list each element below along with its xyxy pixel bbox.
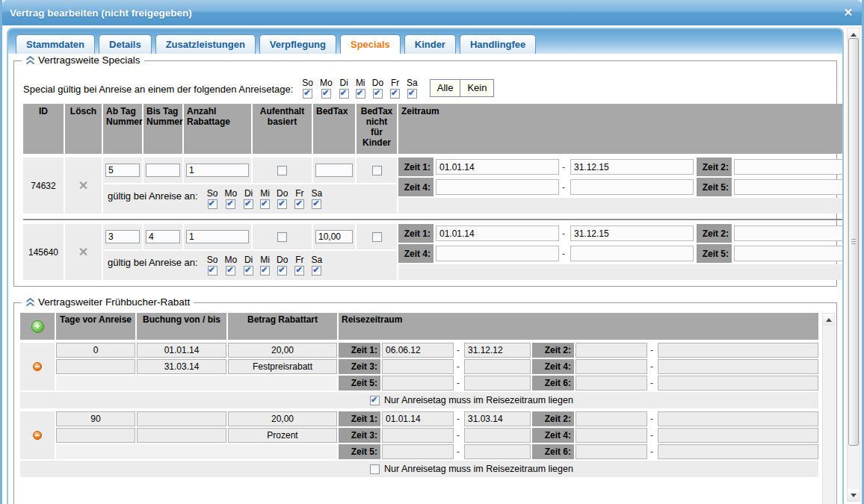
day-checkbox[interactable]: [390, 89, 400, 99]
day-checkbox[interactable]: [312, 266, 321, 276]
zeit-von-input[interactable]: [734, 159, 844, 175]
collapse-icon[interactable]: [25, 56, 35, 65]
zeit-von-input[interactable]: [576, 444, 647, 459]
zeit-bis-input[interactable]: [464, 428, 531, 443]
bis-tag-input[interactable]: [146, 164, 180, 177]
zeit-von-input[interactable]: [576, 428, 647, 443]
scroll-down-button[interactable]: [848, 489, 860, 501]
zeit-von-input[interactable]: [382, 411, 454, 426]
zeit-bis-input[interactable]: [570, 159, 694, 175]
scrollbar-thumb[interactable]: [848, 38, 859, 446]
zeit-von-input[interactable]: [734, 246, 844, 261]
tab-zusatzleistungen[interactable]: Zusatzleistungen: [155, 34, 256, 54]
anzahl-rabattage-input[interactable]: [186, 164, 249, 177]
zeit-von-input[interactable]: [734, 179, 844, 195]
zeit-bis-input[interactable]: [658, 411, 818, 426]
zeit-von-input[interactable]: [436, 159, 559, 175]
zeit-von-input[interactable]: [436, 225, 559, 241]
delete-icon[interactable]: ✕: [78, 178, 88, 193]
zeit-bis-input[interactable]: [464, 359, 531, 374]
bis-tag-input[interactable]: [146, 230, 180, 243]
zeit-von-input[interactable]: [436, 246, 559, 261]
day-checkbox[interactable]: [407, 89, 417, 99]
zeit-bis-input[interactable]: [464, 376, 531, 391]
zeit-von-input[interactable]: [734, 225, 844, 241]
bedtax-input[interactable]: [315, 164, 353, 177]
zeit-bis-input[interactable]: [464, 444, 531, 459]
buchung-von-value[interactable]: 01.01.14: [137, 343, 226, 358]
zeit-bis-input[interactable]: [658, 444, 818, 459]
zeit-bis-input[interactable]: [570, 246, 694, 261]
day-checkbox[interactable]: [244, 199, 253, 209]
betrag-value[interactable]: 20,00: [228, 343, 337, 358]
zeit-von-input[interactable]: [382, 359, 454, 374]
bedtax-kinder-checkbox[interactable]: [372, 232, 382, 242]
zeit-bis-input[interactable]: [570, 179, 694, 195]
day-checkbox[interactable]: [208, 199, 217, 209]
buchung-bis-value[interactable]: 31.03.14: [137, 359, 226, 374]
day-checkbox[interactable]: [260, 266, 270, 276]
tab-handlingfee[interactable]: Handlingfee: [460, 34, 536, 54]
rabattart-value[interactable]: Festpreisrabatt: [228, 359, 337, 374]
day-checkbox[interactable]: [208, 266, 217, 276]
zeit-von-input[interactable]: [576, 411, 647, 426]
zeit-von-input[interactable]: [576, 343, 647, 358]
buchung-von-value[interactable]: [137, 411, 226, 426]
day-checkbox[interactable]: [277, 266, 287, 276]
remove-row-icon[interactable]: [33, 431, 42, 440]
day-checkbox[interactable]: [373, 89, 383, 99]
fruehbucher-scrollbar[interactable]: [822, 313, 835, 504]
bedtax-input[interactable]: [315, 230, 353, 243]
anzahl-rabattage-input[interactable]: [186, 230, 249, 243]
tab-details[interactable]: Details: [99, 34, 152, 54]
zeit-bis-input[interactable]: [464, 343, 531, 358]
tage-vor-anreise-value[interactable]: 90: [56, 411, 135, 426]
day-checkbox[interactable]: [339, 89, 349, 99]
ab-tag-input[interactable]: [105, 230, 140, 243]
buchung-bis-value[interactable]: [137, 428, 226, 443]
zeit-von-input[interactable]: [382, 343, 454, 358]
zeit-von-input[interactable]: [382, 376, 454, 391]
tage-vor-anreise-empty[interactable]: [56, 428, 135, 443]
remove-row-icon[interactable]: [33, 362, 42, 371]
alle-button[interactable]: Alle: [430, 79, 461, 97]
zeit-bis-input[interactable]: [658, 428, 818, 443]
bedtax-kinder-checkbox[interactable]: [372, 166, 382, 175]
zeit-von-input[interactable]: [382, 428, 454, 443]
add-row-icon[interactable]: +: [31, 320, 44, 333]
rabattart-value[interactable]: Prozent: [228, 428, 337, 443]
window-scrollbar[interactable]: [847, 28, 860, 502]
day-checkbox[interactable]: [226, 266, 235, 276]
day-checkbox[interactable]: [244, 266, 253, 276]
kein-button[interactable]: Kein: [460, 79, 494, 97]
zeit-bis-input[interactable]: [658, 343, 818, 358]
zeit-bis-input[interactable]: [658, 376, 818, 391]
close-icon[interactable]: ✕: [843, 6, 853, 19]
day-checkbox[interactable]: [312, 199, 321, 209]
aufenthalt-basiert-checkbox[interactable]: [277, 166, 287, 175]
zeit-von-input[interactable]: [436, 179, 559, 195]
zeit-von-input[interactable]: [382, 444, 454, 459]
zeit-bis-input[interactable]: [658, 359, 818, 374]
zeit-bis-input[interactable]: [570, 225, 694, 241]
tab-stammdaten[interactable]: Stammdaten: [16, 34, 95, 54]
day-checkbox[interactable]: [226, 199, 235, 209]
scroll-up-button[interactable]: [823, 314, 834, 326]
day-checkbox[interactable]: [356, 89, 365, 99]
tab-kinder[interactable]: Kinder: [404, 34, 456, 54]
day-checkbox[interactable]: [260, 199, 270, 209]
zeit-von-input[interactable]: [576, 359, 647, 374]
zeit-bis-input[interactable]: [464, 411, 531, 426]
collapse-icon[interactable]: [25, 298, 35, 307]
nur-anreisetag-checkbox[interactable]: [370, 464, 380, 474]
day-checkbox[interactable]: [303, 89, 312, 99]
day-checkbox[interactable]: [277, 199, 287, 209]
aufenthalt-basiert-checkbox[interactable]: [277, 232, 287, 242]
tab-verpflegung[interactable]: Verpflegung: [259, 34, 336, 54]
nur-anreisetag-checkbox[interactable]: [370, 396, 380, 405]
betrag-value[interactable]: 20,00: [228, 411, 337, 426]
tage-vor-anreise-empty[interactable]: [56, 359, 135, 374]
zeit-von-input[interactable]: [576, 376, 647, 391]
delete-icon[interactable]: ✕: [78, 245, 88, 259]
day-checkbox[interactable]: [321, 89, 331, 99]
